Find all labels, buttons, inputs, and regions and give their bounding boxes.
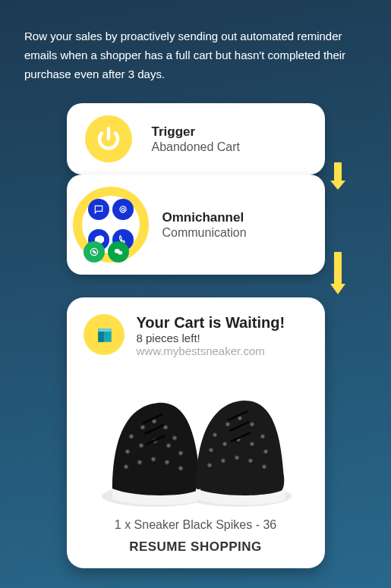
svg-point-18	[178, 451, 184, 457]
wechat-icon	[108, 241, 129, 263]
sms-icon	[88, 199, 109, 220]
trigger-title: Trigger	[152, 124, 241, 140]
resume-shopping-button[interactable]: RESUME SHOPPING	[84, 539, 308, 555]
email-headline: Your Cart is Waiting!	[137, 314, 285, 332]
trigger-subtitle: Abandoned Cart	[152, 140, 241, 154]
trigger-card: Trigger Abandoned Cart	[67, 103, 325, 175]
svg-point-13	[172, 435, 178, 442]
svg-point-20	[137, 460, 143, 466]
svg-point-19	[123, 464, 129, 470]
omnichannel-card: Omnichannel Communication	[67, 175, 325, 275]
svg-point-21	[150, 457, 156, 463]
omnichannel-icon-cluster	[73, 187, 149, 263]
down-arrow-icon	[326, 252, 349, 297]
whatsapp-icon	[84, 241, 105, 263]
automation-flow: Trigger Abandoned Cart	[67, 103, 325, 568]
svg-point-36	[234, 455, 240, 461]
intro-text: Row your sales by proactively sending ou…	[0, 0, 391, 83]
svg-rect-6	[98, 329, 112, 332]
at-sign-icon	[112, 199, 134, 220]
svg-point-17	[166, 443, 172, 449]
svg-point-9	[128, 434, 134, 440]
down-arrow-icon	[326, 162, 349, 193]
svg-point-3	[118, 251, 122, 255]
svg-point-25	[225, 422, 231, 428]
svg-point-27	[249, 422, 255, 428]
svg-point-37	[248, 458, 254, 464]
svg-point-34	[207, 463, 213, 469]
svg-point-15	[138, 443, 144, 449]
svg-point-23	[178, 466, 184, 472]
email-site-url: www.mybestsneaker.com	[137, 344, 285, 357]
power-icon	[85, 115, 132, 162]
package-icon	[84, 314, 125, 355]
svg-point-22	[164, 460, 170, 466]
email-preview-card: Your Cart is Waiting! 8 pieces left! www…	[67, 297, 325, 568]
svg-point-24	[212, 432, 218, 439]
product-line-text: 1 x Sneaker Black Spikes - 36	[84, 518, 308, 532]
svg-point-28	[260, 434, 266, 440]
svg-point-14	[125, 449, 131, 455]
svg-point-10	[140, 425, 146, 431]
svg-point-38	[261, 464, 267, 470]
svg-point-29	[208, 448, 214, 454]
svg-point-30	[222, 442, 228, 448]
svg-point-32	[249, 442, 255, 448]
omnichannel-subtitle: Communication	[162, 226, 247, 240]
email-stock-text: 8 pieces left!	[137, 332, 285, 344]
omnichannel-title: Omnichannel	[162, 210, 247, 225]
svg-point-35	[220, 458, 226, 464]
product-image	[84, 365, 308, 517]
svg-point-33	[263, 449, 269, 455]
